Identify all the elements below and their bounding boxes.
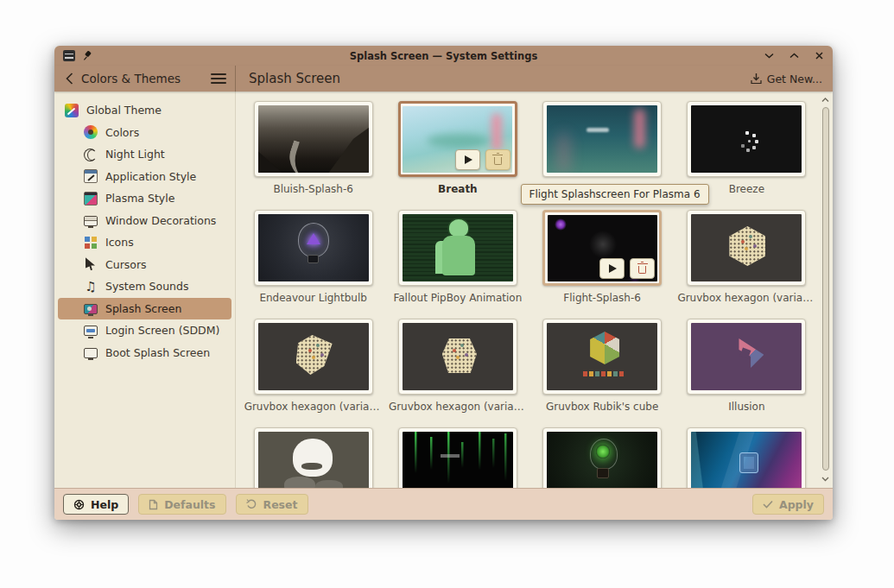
- splash-thumbnail[interactable]: [687, 101, 806, 177]
- help-icon: [73, 499, 85, 510]
- splash-theme-fallout-pipboy-animation[interactable]: Fallout PipBoy Animation: [385, 210, 529, 319]
- window-decorations-icon: [84, 216, 98, 226]
- play-icon: [609, 264, 617, 273]
- maximize-button[interactable]: [789, 51, 799, 61]
- system-sounds-icon: ♫: [84, 280, 98, 294]
- splash-theme-anime[interactable]: [241, 427, 385, 488]
- sidebar-item-window-decorations[interactable]: Window Decorations: [58, 210, 231, 232]
- preview-play-button[interactable]: [455, 149, 480, 170]
- sidebar-item-application-style[interactable]: Application Style: [58, 166, 231, 188]
- plasma-style-icon: [84, 192, 98, 205]
- splash-theme-gruvbox-rubik-s-cube[interactable]: Gruvbox Rubik's cube: [530, 319, 675, 427]
- app-icon: [63, 50, 75, 61]
- menu-icon[interactable]: [211, 73, 226, 84]
- scroll-down-icon[interactable]: [820, 474, 831, 484]
- sidebar-item-night-light[interactable]: Night Light: [58, 143, 231, 166]
- thumbnail-overlay: [599, 258, 655, 279]
- night-light-icon: [84, 148, 98, 161]
- splash-theme-gruvbox-hexagon-variant-2[interactable]: Gruvbox hexagon (variant 2): [241, 319, 385, 427]
- splash-theme-label: Illusion: [728, 401, 764, 413]
- splash-theme-label: Fallout PipBoy Animation: [393, 292, 522, 304]
- sidebar-item-login-screen-sddm[interactable]: Login Screen (SDDM): [58, 319, 231, 342]
- splash-theme-flight-splash-6[interactable]: Flight-Splash-6: [530, 210, 675, 319]
- sidebar-item-global-theme[interactable]: Global Theme: [58, 99, 231, 122]
- defaults-button[interactable]: Defaults: [138, 494, 225, 515]
- back-icon[interactable]: [66, 73, 73, 85]
- sidebar-item-colors[interactable]: Colors: [58, 122, 231, 144]
- splash-theme-breath[interactable]: Breath: [385, 101, 529, 210]
- sidebar: Global Theme Colors Night Light Applicat…: [54, 92, 236, 488]
- minimize-button[interactable]: [764, 51, 774, 61]
- splash-thumbnail[interactable]: [398, 427, 517, 488]
- apply-button[interactable]: Apply: [752, 494, 824, 515]
- preview-play-button[interactable]: [599, 258, 625, 279]
- splash-theme-gruvbox-hexagon-variant-1[interactable]: Gruvbox hexagon (variant 1): [675, 210, 819, 319]
- get-new-button[interactable]: Get New...: [751, 73, 822, 85]
- splash-thumbnail[interactable]: [687, 427, 806, 488]
- splash-thumbnail[interactable]: [542, 427, 662, 488]
- sidebar-item-boot-splash-screen[interactable]: Boot Splash Screen: [58, 342, 231, 364]
- help-button[interactable]: Help: [63, 494, 129, 515]
- login-screen-icon: [84, 326, 98, 336]
- scrollbar-thumb[interactable]: [822, 107, 829, 471]
- system-settings-window: Splash Screen — System Settings Colors &…: [54, 46, 833, 520]
- splash-theme-matrix[interactable]: [385, 427, 529, 488]
- splash-thumbnail[interactable]: [542, 210, 662, 286]
- splash-thumbnail[interactable]: [687, 319, 806, 395]
- splash-thumbnail[interactable]: [254, 427, 373, 488]
- global-theme-icon: [65, 104, 79, 117]
- sidebar-item-splash-screen[interactable]: Splash Screen: [58, 298, 231, 320]
- defaults-icon: [149, 499, 158, 510]
- titlebar: Splash Screen — System Settings: [54, 46, 833, 66]
- splash-theme-bluish-splash-6[interactable]: Bluish-Splash-6: [241, 101, 385, 210]
- tooltip: Flight Splashscreen For Plasma 6: [521, 184, 709, 205]
- delete-button[interactable]: [485, 149, 510, 170]
- sidebar-item-icons[interactable]: Icons: [58, 231, 231, 254]
- delete-button[interactable]: [630, 258, 655, 279]
- splash-theme-label: Endeavour Lightbulb: [259, 292, 366, 304]
- scroll-up-icon[interactable]: [820, 95, 831, 105]
- window-title: Splash Screen — System Settings: [54, 50, 833, 62]
- splash-grid: Bluish-Splash-6 Breath Flight Splashscre…: [241, 92, 819, 488]
- splash-thumbnail[interactable]: [398, 210, 517, 286]
- cursors-icon: [84, 257, 98, 271]
- splash-theme-label: Gruvbox Rubik's cube: [546, 401, 658, 413]
- scrollbar[interactable]: [820, 93, 831, 486]
- splash-theme-label: Gruvbox hexagon (variant 3): [389, 401, 527, 413]
- splash-thumbnail[interactable]: [542, 101, 662, 177]
- icons-icon: [84, 236, 98, 250]
- sidebar-item-system-sounds[interactable]: ♫ System Sounds: [58, 275, 231, 298]
- breadcrumb[interactable]: Colors & Themes: [81, 72, 181, 85]
- splash-theme-illusion[interactable]: Illusion: [675, 319, 819, 427]
- pin-icon[interactable]: [83, 51, 92, 61]
- splash-theme-flight-p6[interactable]: Flight Splashscreen For Plasma 6: [530, 101, 675, 210]
- splash-theme-label: Breath: [438, 183, 478, 195]
- splash-thumbnail[interactable]: [398, 319, 517, 395]
- splash-theme-label: Flight-Splash-6: [563, 292, 641, 304]
- boot-splash-icon: [84, 348, 98, 358]
- close-button[interactable]: [814, 51, 824, 61]
- reset-button[interactable]: Reset: [236, 494, 308, 515]
- splash-thumbnail[interactable]: [687, 210, 806, 286]
- splash-theme-plasma[interactable]: [675, 427, 819, 488]
- splash-thumbnail[interactable]: [254, 210, 373, 286]
- splash-theme-label: Gruvbox hexagon (variant 2): [244, 401, 383, 413]
- splash-theme-gruvbox-hexagon-variant-3[interactable]: Gruvbox hexagon (variant 3): [385, 319, 529, 427]
- splash-thumbnail[interactable]: [254, 101, 373, 177]
- splash-theme-greenbulb[interactable]: [530, 427, 675, 488]
- checkmark-icon: [763, 500, 773, 509]
- splash-thumbnail[interactable]: [254, 319, 373, 395]
- sidebar-item-plasma-style[interactable]: Plasma Style: [58, 187, 231, 210]
- splash-thumbnail[interactable]: [398, 101, 517, 177]
- reset-icon: [246, 499, 257, 509]
- splash-thumbnail[interactable]: [542, 319, 662, 395]
- sidebar-header: Colors & Themes: [54, 66, 236, 92]
- footer: Help Defaults Reset Apply: [54, 488, 833, 520]
- trash-icon: [638, 266, 646, 274]
- sidebar-item-cursors[interactable]: Cursors: [58, 254, 231, 276]
- splash-theme-endeavour-lightbulb[interactable]: Endeavour Lightbulb: [241, 210, 385, 319]
- trash-icon: [494, 157, 502, 165]
- header: Colors & Themes Splash Screen Get New...: [54, 66, 833, 92]
- page-title: Splash Screen: [249, 71, 340, 86]
- splash-theme-label: Gruvbox hexagon (variant 1): [677, 292, 815, 304]
